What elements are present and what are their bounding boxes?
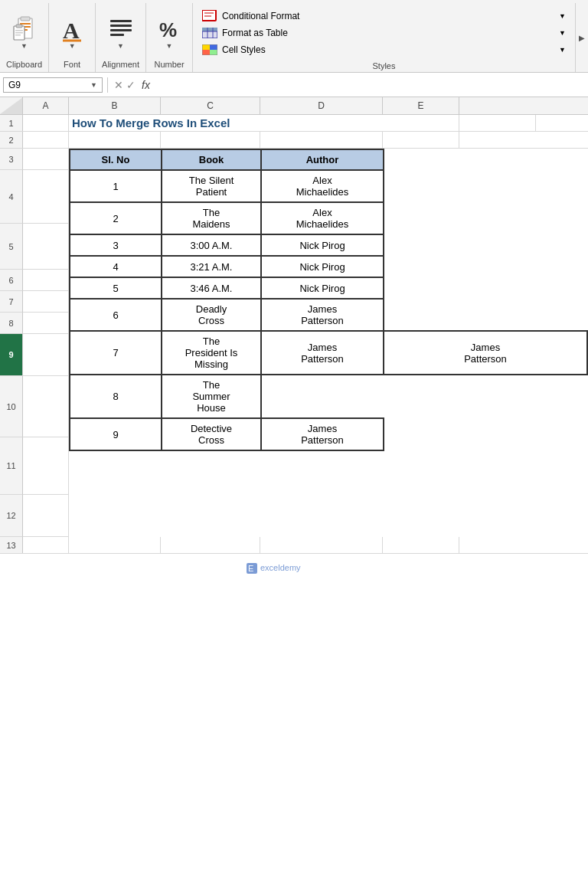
row-header-9[interactable]: 9 xyxy=(0,334,23,376)
cell-sl-4[interactable]: 4 xyxy=(70,256,162,277)
format-as-table-button[interactable]: Format as Table ▼ xyxy=(199,25,569,41)
row-numbers: 3 4 5 6 7 8 9 10 11 12 xyxy=(0,149,23,537)
cell-a4[interactable] xyxy=(23,170,69,224)
cell-a2[interactable] xyxy=(23,132,69,148)
cell-a1[interactable] xyxy=(23,115,69,131)
cell-a10[interactable] xyxy=(23,376,69,437)
cell-book-4[interactable]: 3:21 A.M. xyxy=(162,256,261,277)
header-author[interactable]: Author xyxy=(261,149,384,170)
svg-rect-8 xyxy=(15,32,23,34)
cell-e13[interactable] xyxy=(383,537,459,553)
row-header-3[interactable]: 3 xyxy=(0,149,23,170)
cell-a5[interactable] xyxy=(23,224,69,270)
cell-styles-label: Cell Styles xyxy=(222,44,266,55)
row-header-5[interactable]: 5 xyxy=(0,224,23,270)
confirm-icon[interactable]: ✓ xyxy=(126,79,136,91)
sheet-row-2: 2 xyxy=(0,132,588,149)
svg-rect-28 xyxy=(210,50,217,55)
alignment-button[interactable]: ▼ xyxy=(104,14,138,53)
cell-e1[interactable] xyxy=(459,115,536,131)
cell-d13[interactable] xyxy=(260,537,383,553)
row-header-10[interactable]: 10 xyxy=(0,376,23,437)
row-header-13[interactable]: 13 xyxy=(0,537,23,553)
cell-c2[interactable] xyxy=(161,132,260,148)
cell-author-5[interactable]: Nick Pirog xyxy=(261,277,384,299)
cell-sl-6[interactable]: 6 xyxy=(70,299,162,331)
col-header-e[interactable]: E xyxy=(383,97,459,114)
cell-a6[interactable] xyxy=(23,270,69,291)
row-header-8[interactable]: 8 xyxy=(0,313,23,334)
cell-author-9[interactable]: JamesPatterson xyxy=(261,418,384,450)
row-header-12[interactable]: 12 xyxy=(0,495,23,537)
cell-a8[interactable] xyxy=(23,313,69,334)
cell-author-1[interactable]: AlexMichaelides xyxy=(261,170,384,202)
conditional-format-button[interactable]: Conditional Format ▼ xyxy=(199,8,569,24)
cell-e2[interactable] xyxy=(383,132,459,148)
cell-author-4[interactable]: Nick Pirog xyxy=(261,256,384,277)
cell-book-9[interactable]: DetectiveCross xyxy=(162,418,261,450)
col-header-c[interactable]: C xyxy=(161,97,260,114)
cell-d2[interactable] xyxy=(260,132,383,148)
number-button[interactable]: % ▼ xyxy=(152,14,186,53)
format-as-table-label: Format as Table xyxy=(222,28,288,38)
name-box[interactable]: G9 ▼ xyxy=(3,77,103,93)
cancel-icon[interactable]: ✕ xyxy=(114,79,123,91)
formula-input[interactable] xyxy=(158,79,588,90)
cell-sl-9[interactable]: 9 xyxy=(70,418,162,450)
cell-sl-7[interactable]: 7 xyxy=(70,331,162,375)
font-dropdown: ▼ xyxy=(69,42,76,50)
cell-book-5[interactable]: 3:46 A.M. xyxy=(162,277,261,299)
cell-a13[interactable] xyxy=(23,537,69,553)
row-header-6[interactable]: 6 xyxy=(0,270,23,291)
header-sl-no[interactable]: Sl. No xyxy=(70,149,162,170)
col-header-d[interactable]: D xyxy=(260,97,383,114)
clipboard-button[interactable]: ▼ xyxy=(8,14,41,53)
ribbon-expand-arrow[interactable]: ▶ xyxy=(576,3,588,72)
number-dropdown: ▼ xyxy=(166,42,173,50)
table-header-row: Sl. No Book Author xyxy=(70,149,587,170)
font-button[interactable]: A ▼ xyxy=(55,14,89,53)
clipboard-icon xyxy=(12,17,37,41)
svg-rect-6 xyxy=(16,25,22,28)
cell-book-6[interactable]: DeadlyCross xyxy=(162,299,261,331)
cell-styles-button[interactable]: Cell Styles ▼ xyxy=(199,42,569,57)
cell-book-3[interactable]: 3:00 A.M. xyxy=(162,234,261,256)
cell-author-6[interactable]: JamesPatterson xyxy=(261,299,384,331)
row-header-7[interactable]: 7 xyxy=(0,291,23,313)
cell-sl-8[interactable]: 8 xyxy=(70,375,162,418)
cell-book-8[interactable]: TheSummerHouse xyxy=(162,375,261,418)
cell-b2[interactable] xyxy=(69,132,161,148)
cell-a3[interactable] xyxy=(23,149,69,170)
cell-b13[interactable] xyxy=(69,537,161,553)
cell-a11[interactable] xyxy=(23,437,69,495)
cell-author-2[interactable]: AlexMichaelides xyxy=(261,202,384,234)
cell-a12[interactable] xyxy=(23,495,69,537)
row-header-1[interactable]: 1 xyxy=(0,115,23,131)
cell-author-7[interactable]: JamesPatterson xyxy=(261,331,384,375)
cell-a7[interactable] xyxy=(23,291,69,313)
cell-a9[interactable] xyxy=(23,334,69,376)
cell-c13[interactable] xyxy=(161,537,260,553)
row-header-2[interactable]: 2 xyxy=(0,132,23,148)
cell-sl-1[interactable]: 1 xyxy=(70,170,162,202)
header-book[interactable]: Book xyxy=(162,149,261,170)
cell-sl-3[interactable]: 3 xyxy=(70,234,162,256)
row-header-11[interactable]: 11 xyxy=(0,437,23,495)
cell-sl-5[interactable]: 5 xyxy=(70,277,162,299)
cell-author-3[interactable]: Nick Pirog xyxy=(261,234,384,256)
cell-b1[interactable]: How To Merge Rows In Excel xyxy=(69,115,459,131)
svg-rect-25 xyxy=(202,44,210,50)
cell-author-8[interactable]: JamesPatterson xyxy=(384,331,587,375)
cell-book-7[interactable]: ThePresident IsMissing xyxy=(162,331,261,375)
number-group: % ▼ Number xyxy=(146,3,193,72)
cell-sl-2[interactable]: 2 xyxy=(70,202,162,234)
cell-styles-icon xyxy=(202,44,217,56)
col-header-b[interactable]: B xyxy=(69,97,161,114)
svg-rect-21 xyxy=(202,28,217,31)
number-icon: % xyxy=(157,17,181,41)
formula-fx-icon[interactable]: fx xyxy=(139,79,153,91)
row-header-4[interactable]: 4 xyxy=(0,170,23,224)
cell-book-1[interactable]: The SilentPatient xyxy=(162,170,261,202)
cell-book-2[interactable]: TheMaidens xyxy=(162,202,261,234)
col-header-a[interactable]: A xyxy=(23,97,69,114)
